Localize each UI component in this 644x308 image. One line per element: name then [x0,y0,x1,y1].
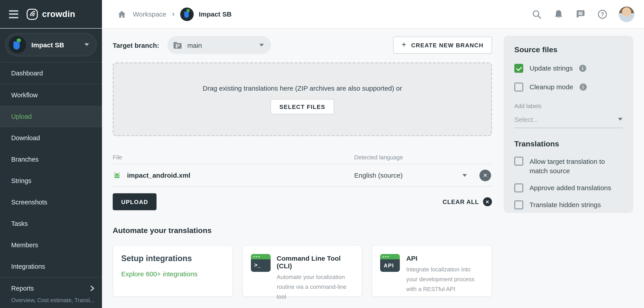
branch-folder-icon [173,41,182,49]
branch-select-value: main [188,41,202,49]
breadcrumb-workspace[interactable]: Workspace [133,10,166,18]
card-api[interactable]: API API Integrate localization into your… [372,245,492,297]
file-dropzone[interactable]: Drag existing translations here (ZIP arc… [113,62,492,136]
reports-label: Reports [11,285,90,292]
caret-down-icon [260,44,264,46]
info-icon[interactable]: i [580,83,586,90]
messages-icon[interactable] [575,9,586,19]
header-actions: ? [531,0,644,28]
option-allow-match-source: Allow target translation to match source [514,156,622,176]
project-switcher[interactable]: Impact SB [5,33,96,56]
target-branch-label: Target branch: [113,41,159,49]
menu-icon[interactable] [8,8,19,20]
app-window: crowdin Workspace › Impact SB [0,0,644,308]
option-label: Approve added translations [530,183,611,193]
sidebar-item-strings[interactable]: Strings [0,170,102,191]
brand-area: crowdin [0,0,102,28]
language-select[interactable]: English (source) [354,171,467,179]
column-detected-language: Detected language [354,154,403,161]
clear-all-button[interactable]: CLEAR ALL ✕ [442,197,492,206]
file-cell: impact_android.xml [113,171,354,179]
caret-down-icon [462,174,467,176]
option-label: Update strings [530,63,573,73]
option-label: Allow target translation to match source [530,156,622,176]
checkbox[interactable] [514,183,523,192]
card-title: Setup integrations [121,254,224,263]
checkbox[interactable] [514,200,523,209]
card-description: Automate your localization routine via a… [276,272,354,302]
sidebar: Impact SB Dashboard Workflow Upload Down… [0,28,102,308]
remove-file-icon[interactable]: ✕ [480,169,491,181]
select-files-button[interactable]: SELECT FILES [270,99,334,114]
reports-subtitle: Overview, Cost estimate, Transl... [11,297,95,304]
caret-down-icon [84,43,89,46]
option-cleanup-mode: Cleanup mode i [514,82,622,92]
sidebar-item-upload[interactable]: Upload [0,106,102,127]
option-label: Translate hidden strings [530,200,601,210]
checkbox[interactable] [514,82,523,91]
sidebar-item-screenshots[interactable]: Screenshots [0,191,102,213]
card-cli[interactable]: >_ Command Line Tool (CLI) Automate your… [242,245,362,297]
labels-select[interactable]: Select... [514,115,622,128]
crowdin-logo[interactable]: crowdin [26,8,75,20]
option-translate-hidden: Translate hidden strings [514,200,622,210]
create-new-branch-label: CREATE NEW BRANCH [411,42,484,48]
sidebar-item-branches[interactable]: Branches [0,149,102,170]
add-labels-label: Add labels [514,102,622,109]
file-name: impact_android.xml [127,171,190,179]
checkbox[interactable] [514,156,523,165]
sidebar-item-dashboard[interactable]: Dashboard [0,62,102,84]
explore-integrations-link[interactable]: Explore 600+ integrations [121,270,224,278]
upload-settings-panel: Source files Update strings i Cleanup mo… [504,36,633,213]
breadcrumb-project[interactable]: Impact SB [180,7,232,21]
notifications-icon[interactable] [553,9,564,19]
option-approve-added: Approve added translations [514,183,622,193]
create-new-branch-button[interactable]: + CREATE NEW BRANCH [393,37,492,54]
breadcrumb: Workspace › Impact SB [102,0,232,28]
home-icon[interactable] [116,9,127,19]
upload-button[interactable]: UPLOAD [113,193,157,210]
language-value: English (source) [354,171,403,179]
branch-row: Target branch: main + CREATE NEW BRANCH [113,36,492,54]
info-icon[interactable]: i [579,65,586,72]
sidebar-item-reports[interactable]: Reports Overview, Cost estimate, Transl.… [0,278,102,304]
sidebar-item-tasks[interactable]: Tasks [0,213,102,234]
search-icon[interactable] [531,9,542,19]
logo-text: crowdin [42,9,75,19]
table-row: impact_android.xml English (source) ✕ [113,164,492,187]
card-title: Command Line Tool (CLI) [276,254,354,270]
files-table-header: File Detected language [113,151,492,164]
card-setup-integrations: Setup integrations Explore 600+ integrat… [113,245,233,297]
breadcrumb-project-name: Impact SB [199,10,232,18]
terminal-icon: >_ [251,254,270,272]
clear-all-icon: ✕ [483,197,492,206]
main-content: Target branch: main + CREATE NEW BRANCH … [113,28,492,297]
option-update-strings: Update strings i [514,63,622,73]
plus-icon: + [402,41,407,49]
automate-heading: Automate your translations [113,226,492,235]
labels-select-placeholder: Select... [514,115,538,123]
sidebar-item-workflow[interactable]: Workflow [0,84,102,106]
help-icon[interactable]: ? [597,9,608,19]
source-files-heading: Source files [514,45,622,54]
option-label: Cleanup mode [530,82,573,92]
android-file-icon [113,171,121,179]
chevron-right-icon [90,285,95,292]
chevron-right-icon: › [172,9,175,18]
top-header: crowdin Workspace › Impact SB [0,0,644,28]
user-avatar[interactable] [619,6,634,22]
checkbox[interactable] [514,64,523,73]
card-description: Integrate localization into your develop… [406,265,484,294]
sidebar-item-integrations[interactable]: Integrations [0,256,102,277]
api-icon: API [380,254,400,272]
caret-down-icon [618,118,622,121]
project-avatar [9,36,26,53]
sidebar-item-download[interactable]: Download [0,127,102,149]
sidebar-item-members[interactable]: Members [0,234,102,256]
svg-text:>_: >_ [254,262,260,268]
project-name: Impact SB [31,41,79,48]
branch-select[interactable]: main [167,36,271,54]
svg-text:?: ? [600,11,604,17]
automation-cards: Setup integrations Explore 600+ integrat… [113,245,492,297]
project-avatar [180,7,194,21]
